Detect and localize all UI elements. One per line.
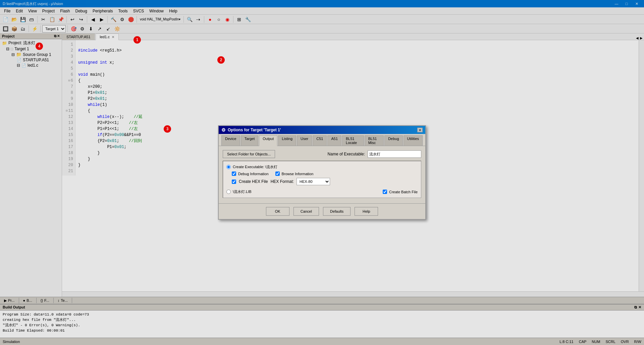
select-folder-button[interactable]: Select Folder for Objects... <box>223 150 275 158</box>
hex-format-row: Create HEX File HEX Format: HEX-80 HEX-3… <box>226 178 418 185</box>
create-executable-row: Create Executable: \流水灯 <box>226 164 418 169</box>
modal-tab-bl51-misc[interactable]: BL51 Misc <box>365 135 384 146</box>
browse-info-checkbox-item: Browse Information <box>275 171 314 176</box>
create-hex-label: Create HEX File <box>239 179 268 184</box>
info-checkboxes-row: Debug Information Browse Information <box>226 171 418 176</box>
cancel-button[interactable]: Cancel <box>293 207 319 216</box>
modal-tab-a51[interactable]: A51 <box>327 135 341 146</box>
executable-name-input[interactable] <box>368 150 421 158</box>
help-button[interactable]: Help <box>355 207 378 216</box>
modal-tab-utilities[interactable]: Utilities <box>404 135 423 146</box>
modal-footer: OK Cancel Defaults Help <box>219 203 425 219</box>
hex-format-select[interactable]: HEX-80 HEX-386 <box>297 178 330 185</box>
debug-info-checkbox-item: Debug Information <box>232 171 269 176</box>
create-lib-radio-item: \流水灯.LIB <box>226 189 252 194</box>
hex-format-label: HEX Format: <box>271 179 294 184</box>
modal-title-icon: ⚙ <box>221 127 226 133</box>
output-options-box: Create Executable: \流水灯 Debug Informatio… <box>223 161 421 198</box>
modal-body: Select Folder for Objects... Name of Exe… <box>219 146 425 203</box>
create-executable-radio[interactable] <box>226 165 231 169</box>
ok-button[interactable]: OK <box>266 207 289 216</box>
create-batch-checkbox[interactable] <box>383 190 387 194</box>
modal-title-bar: ⚙ Options for Target 'Target 1' ✕ <box>219 126 425 134</box>
modal-tab-bl51-locate[interactable]: BL51 Locate <box>342 135 364 146</box>
modal-tab-device[interactable]: Device <box>221 135 240 146</box>
create-batch-checkbox-item: Create Batch File <box>383 190 418 194</box>
name-executable-label: Name of Executable: <box>328 152 365 156</box>
modal-tab-listing[interactable]: Listing <box>278 135 296 146</box>
create-executable-label: Create Executable: \流水灯 <box>233 164 277 169</box>
folder-executable-row: Select Folder for Objects... Name of Exe… <box>223 150 421 158</box>
modal-tab-debug[interactable]: Debug <box>384 135 402 146</box>
lib-batch-row: \流水灯.LIB Create Batch File <box>226 187 418 194</box>
lib-label: \流水灯.LIB <box>233 189 252 194</box>
modal-tab-c51[interactable]: C51 <box>313 135 327 146</box>
modal-close-button[interactable]: ✕ <box>417 128 423 132</box>
modal-tab-target[interactable]: Target <box>241 135 259 146</box>
modal-tab-user[interactable]: User <box>297 135 312 146</box>
debug-info-label: Debug Information <box>238 172 269 176</box>
options-modal: ⚙ Options for Target 'Target 1' ✕ Device… <box>218 125 426 220</box>
defaults-button[interactable]: Defaults <box>323 207 351 216</box>
modal-title-content: ⚙ Options for Target 'Target 1' <box>221 127 281 133</box>
create-batch-label: Create Batch File <box>389 190 418 194</box>
modal-tab-output[interactable]: Output <box>259 135 277 146</box>
modal-tab-bar: Device Target Output Listing User C51 A5… <box>219 134 425 146</box>
create-hex-checkbox[interactable] <box>232 180 236 184</box>
modal-title-text: Options for Target 'Target 1' <box>228 128 281 132</box>
modal-overlay: ⚙ Options for Target 'Target 1' ✕ Device… <box>0 0 644 345</box>
browse-info-checkbox[interactable] <box>275 171 280 176</box>
browse-info-label: Browse Information <box>282 172 314 176</box>
debug-info-checkbox[interactable] <box>232 171 236 176</box>
create-lib-radio[interactable] <box>226 190 231 194</box>
